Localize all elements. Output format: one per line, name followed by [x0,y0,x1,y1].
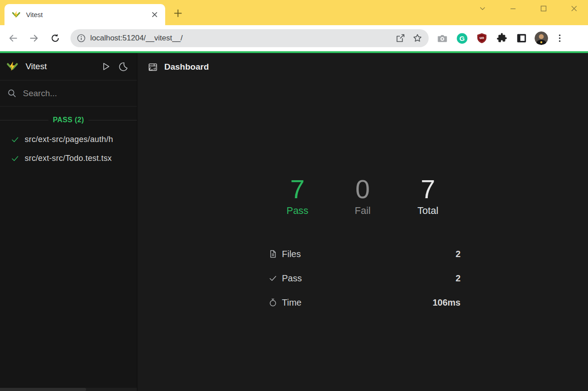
dark-mode-moon-icon[interactable] [117,61,129,72]
screenshot-camera-icon[interactable] [436,32,448,44]
file-icon [268,249,282,258]
scrollbar-thumb[interactable] [0,388,86,391]
check-icon [268,274,282,283]
search-input[interactable] [23,89,133,98]
main-header: Dashboard [137,53,588,81]
maximize-button[interactable] [539,4,549,13]
horizontal-scrollbar [0,388,137,391]
pass-check-icon [11,135,19,144]
sidebar: Vitest PASS (2) [0,53,137,391]
site-info-icon[interactable] [77,34,86,43]
vitest-favicon [12,10,21,19]
tab-strip: Vitest [0,0,588,25]
pass-section-header: PASS (2) [0,110,137,130]
stopwatch-icon [268,298,282,307]
section-rule [0,120,48,120]
address-bar[interactable]: localhost:51204/__vitest__/ [70,29,429,47]
detail-label: Files [282,249,456,259]
app-title: Vitest [26,62,95,71]
forward-icon[interactable] [28,32,40,44]
stat-fail: 0 Fail [330,176,395,217]
sidebar-header: Vitest [0,53,137,80]
fail-label: Fail [330,205,395,217]
browser-toolbar: localhost:51204/__vitest__/ [0,25,588,51]
test-file-item[interactable]: src/ext-src/pages/auth/h [0,130,137,149]
pass-count: 7 [265,176,330,202]
ublock-letters: uo [479,36,484,40]
reload-icon[interactable] [49,32,61,44]
test-file-name: src/ext-src/pages/auth/h [25,135,113,144]
vitest-logo-icon [6,61,18,73]
vitest-ui: Vitest PASS (2) [0,53,588,391]
back-icon[interactable] [7,32,19,44]
stat-total: 7 Total [395,176,461,217]
test-file-name: src/ext-src/Todo.test.tsx [25,154,112,163]
browser-tab[interactable]: Vitest [4,4,165,25]
tab-close-icon[interactable] [149,9,160,20]
bookmark-star-icon[interactable] [412,32,423,44]
total-count: 7 [395,176,461,202]
tab-title: Vitest [26,11,149,18]
table-row: Files 2 [265,242,461,266]
page-title: Dashboard [164,62,209,72]
detail-label: Time [282,298,433,308]
total-label: Total [395,205,461,217]
pass-label: Pass [265,205,330,217]
search-icon [7,89,17,98]
pass-check-icon [11,154,19,163]
main-panel: Dashboard 7 Pass 0 Fail 7 Total [137,53,588,391]
stats-row: 7 Pass 0 Fail 7 Total [265,176,461,217]
grammarly-icon[interactable]: G [456,32,468,44]
window-controls [478,4,579,13]
browser-window: Vitest [0,0,588,391]
grammarly-letter: G [460,34,465,42]
tab-search-chevron-icon[interactable] [478,4,487,13]
detail-value: 2 [456,249,461,259]
search-row [0,80,137,107]
close-window-button[interactable] [569,4,579,13]
table-row: Pass 2 [265,266,461,290]
side-panel-icon[interactable] [515,32,527,44]
minimize-button[interactable] [508,4,518,13]
run-all-play-icon[interactable] [100,61,112,72]
fail-count: 0 [330,176,395,202]
detail-label: Pass [282,273,456,284]
detail-value: 106ms [433,298,461,308]
dashboard-icon [148,62,158,72]
new-tab-button[interactable] [171,7,184,19]
browser-menu-kebab-icon[interactable] [553,32,566,44]
pass-section-label: PASS (2) [48,116,89,124]
extensions-puzzle-icon[interactable] [496,32,508,44]
dashboard-summary: 7 Pass 0 Fail 7 Total [265,81,461,315]
url-text: localhost:51204/__vitest__/ [90,34,389,43]
stat-pass: 7 Pass [265,176,330,217]
detail-value: 2 [456,273,461,284]
table-row: Time 106ms [265,290,461,315]
ublock-icon[interactable]: uo [476,32,488,44]
test-file-item[interactable]: src/ext-src/Todo.test.tsx [0,149,137,168]
section-rule [88,120,137,120]
profile-avatar[interactable] [535,31,548,45]
run-details-table: Files 2 Pass 2 [265,242,461,315]
share-icon[interactable] [395,32,406,44]
